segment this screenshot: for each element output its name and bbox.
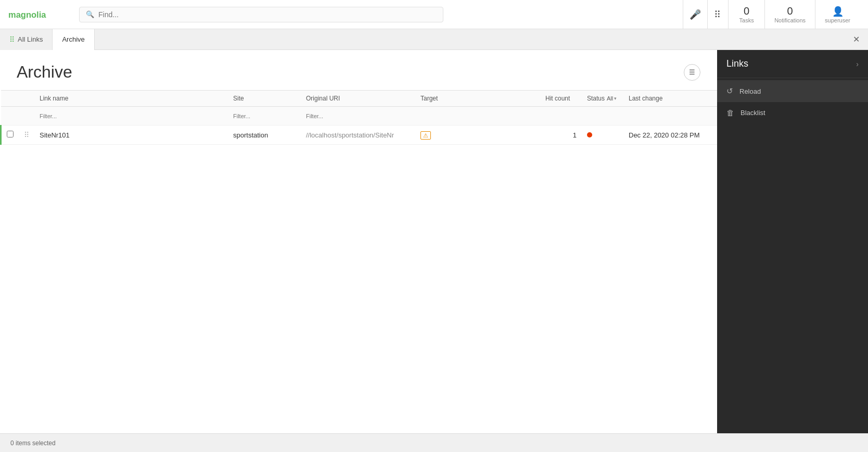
original-uri-filter-input[interactable] bbox=[306, 113, 410, 119]
tabs-bar: ⠿ All Links Archive ✕ bbox=[0, 29, 868, 50]
status-bar: 0 items selected bbox=[0, 433, 868, 452]
filter-checkbox-col bbox=[1, 107, 19, 125]
col-link-name-header: Link name bbox=[34, 91, 228, 107]
status-all-filter[interactable]: All ▾ bbox=[607, 95, 617, 102]
col-checkbox bbox=[1, 91, 19, 107]
row-checkbox-cell[interactable] bbox=[1, 125, 19, 145]
search-input[interactable] bbox=[98, 10, 437, 19]
col-site-header: Site bbox=[228, 91, 301, 107]
blacklist-label: Blacklist bbox=[741, 109, 765, 117]
tab-archive-label: Archive bbox=[62, 35, 84, 43]
tasks-count: 0 bbox=[744, 5, 749, 17]
link-name-filter-input[interactable] bbox=[40, 113, 223, 119]
right-panel-menu: ↺ Reload 🗑 Blacklist bbox=[717, 78, 868, 125]
magnolia-logo: magnolia bbox=[8, 7, 55, 22]
row-checkbox[interactable] bbox=[7, 131, 14, 137]
col-status-header bbox=[488, 91, 540, 107]
microphone-button[interactable]: 🎤 bbox=[683, 0, 707, 29]
row-original-uri: //localhost/sportstation/SiteNr bbox=[301, 125, 415, 145]
right-panel-item-reload[interactable]: ↺ Reload bbox=[717, 80, 868, 102]
reload-icon: ↺ bbox=[726, 86, 733, 96]
search-icon: 🔍 bbox=[86, 10, 94, 18]
col-last-change-header: Last change bbox=[623, 91, 717, 107]
right-panel: Links › ↺ Reload 🗑 Blacklist bbox=[717, 50, 868, 433]
filter-last-change bbox=[623, 107, 717, 125]
filter-hit-count bbox=[540, 107, 582, 125]
filter-status-flag bbox=[582, 107, 623, 125]
svg-text:magnolia: magnolia bbox=[8, 10, 46, 19]
site-filter-input[interactable] bbox=[233, 113, 296, 119]
content-area: Archive ☰ Link name Site Original URI bbox=[0, 50, 717, 433]
header-menu-button[interactable]: ☰ bbox=[684, 64, 700, 81]
blacklist-icon: 🗑 bbox=[726, 108, 734, 117]
status-chevron-icon: ▾ bbox=[614, 96, 617, 101]
page-title: Archive bbox=[17, 62, 72, 82]
col-original-uri-header: Original URI bbox=[301, 91, 415, 107]
row-last-change: Dec 22, 2020 02:28 PM bbox=[623, 125, 717, 145]
data-table: Link name Site Original URI Target Hit c… bbox=[0, 90, 717, 145]
col-status-flag-header: Status All ▾ bbox=[582, 91, 623, 107]
right-panel-expand-button[interactable]: › bbox=[856, 60, 859, 68]
page-header: Archive ☰ bbox=[0, 50, 717, 90]
tab-archive[interactable]: Archive bbox=[53, 29, 94, 50]
table-header-row: Link name Site Original URI Target Hit c… bbox=[1, 91, 718, 107]
logo: magnolia bbox=[8, 7, 71, 22]
apps-button[interactable]: ⠿ bbox=[707, 0, 728, 29]
row-status-col bbox=[488, 125, 540, 145]
filter-site[interactable] bbox=[228, 107, 301, 125]
table-filter-row bbox=[1, 107, 718, 125]
user-label: superuser bbox=[825, 17, 850, 23]
tab-all-links-label: All Links bbox=[18, 35, 43, 43]
filter-drag-col bbox=[19, 107, 34, 125]
filter-link-name[interactable] bbox=[34, 107, 228, 125]
hamburger-icon: ☰ bbox=[689, 68, 695, 76]
col-hit-count-header: Hit count bbox=[540, 91, 582, 107]
notifications-label: Notifications bbox=[774, 17, 806, 23]
close-tab-button[interactable]: ✕ bbox=[845, 30, 868, 48]
tasks-button[interactable]: 0 Tasks bbox=[728, 0, 764, 29]
items-selected-text: 0 items selected bbox=[10, 440, 56, 447]
col-target-header: Target bbox=[415, 91, 488, 107]
filter-status bbox=[488, 107, 540, 125]
drag-handle-icon[interactable]: ⠿ bbox=[24, 131, 29, 139]
tab-all-links[interactable]: ⠿ All Links bbox=[0, 29, 53, 50]
topbar-actions: 🎤 ⠿ 0 Tasks 0 Notifications 👤 superuser bbox=[683, 0, 860, 29]
user-menu-button[interactable]: 👤 superuser bbox=[815, 0, 860, 29]
warning-icon: ⚠ bbox=[420, 131, 431, 140]
search-bar[interactable]: 🔍 bbox=[79, 7, 443, 22]
row-hit-count: 1 bbox=[540, 125, 582, 145]
row-site: sportstation bbox=[228, 125, 301, 145]
filter-target bbox=[415, 107, 488, 125]
right-panel-title: Links bbox=[726, 58, 748, 69]
main-layout: Archive ☰ Link name Site Original URI bbox=[0, 50, 868, 433]
table-row[interactable]: ⠿ SiteNr101 sportstation //localhost/spo… bbox=[1, 125, 718, 145]
filter-original-uri[interactable] bbox=[301, 107, 415, 125]
notifications-count: 0 bbox=[787, 5, 793, 17]
row-link-name: SiteNr101 bbox=[34, 125, 228, 145]
row-target: ⚠ bbox=[415, 125, 488, 145]
col-drag bbox=[19, 91, 34, 107]
tasks-label: Tasks bbox=[739, 17, 754, 23]
right-panel-item-blacklist[interactable]: 🗑 Blacklist bbox=[717, 102, 868, 123]
status-red-dot bbox=[587, 132, 592, 137]
reload-label: Reload bbox=[739, 87, 761, 95]
right-panel-header: Links › bbox=[717, 50, 868, 78]
row-drag-cell[interactable]: ⠿ bbox=[19, 125, 34, 145]
topbar: magnolia 🔍 🎤 ⠿ 0 Tasks 0 Notifications 👤… bbox=[0, 0, 868, 29]
row-status-flag bbox=[582, 125, 623, 145]
notifications-button[interactable]: 0 Notifications bbox=[764, 0, 815, 29]
